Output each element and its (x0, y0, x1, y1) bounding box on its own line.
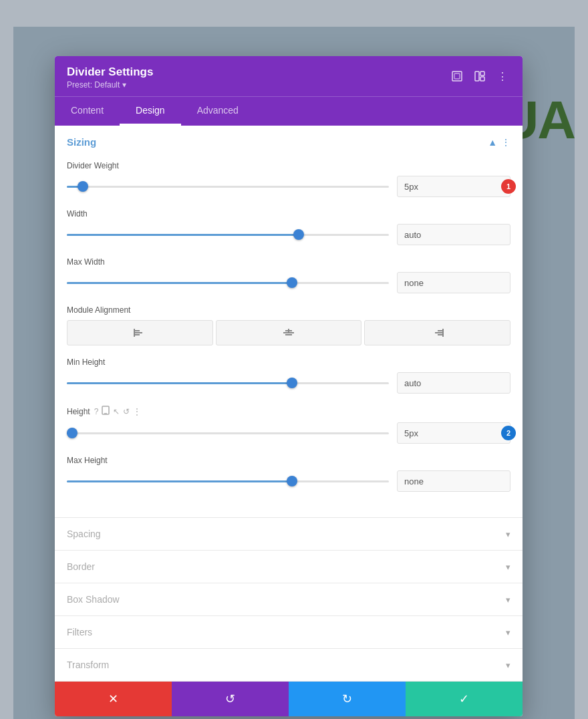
max-height-input[interactable] (397, 470, 510, 492)
tab-content[interactable]: Content (55, 97, 120, 126)
align-right-button[interactable] (364, 320, 510, 345)
max-width-input-wrapper (397, 272, 510, 293)
save-button[interactable]: ✓ (406, 682, 523, 716)
modal-header-icons: ⋮ (449, 68, 510, 84)
tab-design[interactable]: Design (120, 97, 181, 126)
sizing-section-header[interactable]: Sizing ▲ ⋮ (55, 126, 523, 158)
divider-weight-label: Divider Weight (67, 161, 510, 170)
filters-section-header[interactable]: Filters ▾ (55, 616, 523, 648)
border-section: Border ▾ (55, 551, 523, 583)
height-cursor-icon[interactable]: ↖ (113, 407, 120, 416)
height-slider-row: 2 (67, 422, 510, 444)
align-left-button[interactable] (67, 320, 213, 345)
sizing-body: Divider Weight 1 (55, 158, 523, 517)
min-height-fill (67, 382, 292, 384)
max-height-thumb[interactable] (287, 476, 297, 486)
sizing-title: Sizing (67, 136, 96, 148)
modal-footer: ✕ ↺ ↻ ✓ (55, 682, 523, 716)
min-height-track (67, 382, 389, 384)
redo-button[interactable]: ↻ (289, 682, 406, 716)
height-slider[interactable] (67, 426, 389, 440)
transform-section-header[interactable]: Transform ▾ (55, 649, 523, 681)
divider-weight-track (67, 186, 389, 188)
max-width-slider[interactable] (67, 276, 389, 289)
min-height-slider-row (67, 372, 510, 394)
spacing-section: Spacing ▾ (55, 518, 523, 551)
height-device-icon[interactable] (102, 406, 110, 417)
width-fill (67, 234, 299, 236)
border-chevron-icon: ▾ (506, 562, 510, 572)
divider-weight-field: Divider Weight 1 (67, 161, 510, 197)
divider-weight-slider[interactable] (67, 180, 389, 193)
min-height-input-wrapper (397, 372, 510, 394)
target-icon[interactable] (449, 68, 465, 84)
height-help-icon[interactable]: ? (94, 407, 99, 416)
filters-chevron-icon: ▾ (506, 627, 510, 637)
width-slider[interactable] (67, 228, 389, 241)
undo-button[interactable]: ↺ (172, 682, 289, 716)
height-track (67, 432, 389, 434)
max-width-input[interactable] (397, 272, 510, 293)
save-icon: ✓ (459, 692, 469, 706)
sizing-more-icon[interactable]: ⋮ (501, 137, 510, 148)
width-input-wrapper (397, 224, 510, 245)
height-more-icon[interactable]: ⋮ (133, 407, 141, 416)
max-width-thumb[interactable] (287, 277, 297, 288)
svg-rect-2 (475, 71, 479, 81)
divider-weight-input-wrapper: 1 (397, 176, 510, 197)
height-label-icons: ? ↖ ↺ ⋮ (94, 406, 142, 417)
redo-icon: ↻ (342, 692, 352, 706)
svg-rect-4 (480, 77, 484, 81)
max-height-fill (67, 480, 292, 482)
height-thumb[interactable] (67, 428, 78, 438)
box-shadow-section-header[interactable]: Box Shadow ▾ (55, 583, 523, 615)
max-width-track (67, 282, 389, 284)
modal-tabs: Content Design Advanced (55, 96, 523, 126)
border-section-header[interactable]: Border ▾ (55, 551, 523, 583)
cancel-button[interactable]: ✕ (55, 682, 172, 716)
max-height-field: Max Height (67, 456, 510, 492)
height-reset-icon[interactable]: ↺ (123, 407, 130, 416)
modal-title: Divider Settings (67, 65, 153, 79)
width-track (67, 234, 389, 236)
height-input-wrapper: 2 (397, 422, 510, 444)
height-field: Height ? ↖ ↺ ⋮ (67, 406, 510, 444)
undo-icon: ↺ (225, 692, 235, 706)
max-height-label: Max Height (67, 456, 510, 465)
modal-body: Sizing ▲ ⋮ Divider Weight (55, 126, 523, 682)
box-shadow-chevron-icon: ▾ (506, 595, 510, 605)
spacing-title: Spacing (67, 529, 101, 539)
max-height-slider-row (67, 470, 510, 492)
layout-icon[interactable] (472, 68, 488, 84)
modal-preset[interactable]: Preset: Default ▾ (67, 80, 153, 90)
width-thumb[interactable] (293, 229, 304, 240)
modal-header: Divider Settings Preset: Default ▾ (55, 56, 523, 96)
sizing-collapse-up-icon[interactable]: ▲ (488, 137, 497, 148)
divider-weight-input[interactable] (397, 176, 510, 197)
box-shadow-section: Box Shadow ▾ (55, 583, 523, 616)
align-center-button[interactable] (216, 320, 362, 345)
alignment-buttons (67, 320, 510, 345)
sizing-section-icons: ▲ ⋮ (488, 137, 510, 148)
modal-header-left: Divider Settings Preset: Default ▾ (67, 65, 153, 90)
spacing-section-header[interactable]: Spacing ▾ (55, 518, 523, 550)
module-alignment-field: Module Alignment (67, 305, 510, 345)
min-height-thumb[interactable] (287, 378, 297, 388)
divider-weight-thumb[interactable] (78, 181, 88, 192)
sizing-section: Sizing ▲ ⋮ Divider Weight (55, 126, 523, 518)
sizing-section-title-area: Sizing (67, 136, 96, 148)
width-input[interactable] (397, 224, 510, 245)
min-height-slider[interactable] (67, 376, 389, 390)
tab-advanced[interactable]: Advanced (181, 97, 255, 126)
module-alignment-label: Module Alignment (67, 305, 510, 315)
max-height-slider[interactable] (67, 474, 389, 488)
max-width-field: Max Width (67, 257, 510, 293)
svg-rect-1 (454, 74, 460, 79)
transform-chevron-icon: ▾ (506, 660, 510, 670)
min-height-input[interactable] (397, 372, 510, 394)
border-title: Border (67, 561, 95, 572)
width-slider-row (67, 224, 510, 245)
height-input[interactable] (397, 422, 510, 444)
divider-weight-slider-row: 1 (67, 176, 510, 197)
more-options-icon[interactable]: ⋮ (494, 68, 510, 84)
